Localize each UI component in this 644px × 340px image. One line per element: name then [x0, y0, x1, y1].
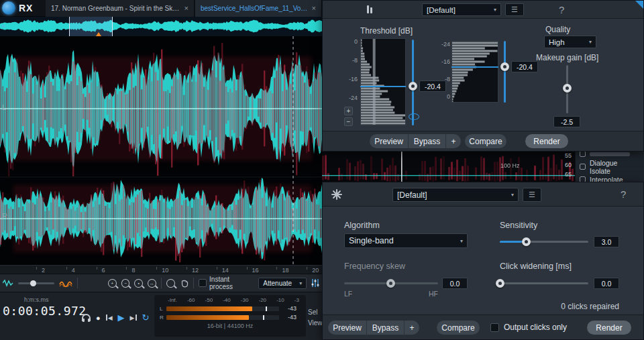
meter-scale-label: -40	[223, 297, 231, 303]
waveform-view-icon[interactable]	[3, 279, 13, 287]
go-to-start-button[interactable]: ◀	[106, 315, 113, 321]
mixer-icon[interactable]	[311, 278, 319, 288]
bypass-button[interactable]: Bypass	[409, 134, 446, 148]
zoom-in-icon[interactable]: +	[108, 279, 117, 288]
axis-label: 0	[354, 38, 358, 45]
threshold-right-slider[interactable]	[504, 41, 506, 103]
sensitivity-label: Sensitivity	[500, 221, 537, 230]
instant-process-checkbox[interactable]	[199, 279, 207, 287]
spectrogram-settings-icon[interactable]	[59, 279, 72, 287]
preset-menu-button[interactable]: ☰	[505, 3, 524, 16]
algorithm-dropdown[interactable]: Single-band ▾	[344, 233, 468, 248]
module-label: Dialogue Isolate	[590, 159, 640, 175]
preset-menu-button[interactable]: ☰	[523, 188, 541, 202]
add-module-chain-button[interactable]: +	[405, 321, 419, 335]
meter-scale-label: -10	[276, 297, 284, 303]
collapse-icon[interactable]: «	[1, 21, 5, 30]
play-button[interactable]: ▶	[118, 313, 125, 323]
ruler-tick: 16	[252, 267, 259, 274]
threshold-right-line	[451, 66, 498, 68]
magnify-tool-icon[interactable]	[166, 279, 175, 288]
loop-button[interactable]: ↻	[142, 313, 150, 323]
frequency-skew-value[interactable]: 0.0	[442, 278, 468, 289]
output-clicks-checkbox[interactable]	[490, 323, 499, 332]
help-icon[interactable]: ?	[559, 4, 564, 15]
rx-logo	[2, 1, 15, 15]
threshold-right-knob[interactable]	[500, 62, 509, 71]
channel-label-right: R	[2, 212, 7, 220]
makeup-gain-knob[interactable]	[563, 84, 572, 93]
declip-preset-dropdown[interactable]: [Default] ▾	[422, 3, 501, 16]
compare-button[interactable]: Compare	[465, 134, 506, 148]
frequency-skew-knob[interactable]	[386, 279, 395, 288]
declip-panel: [Default] ▾ ☰ ? Threshold [dB] 0-8-16-24…	[322, 0, 644, 152]
axis-label: -24	[441, 41, 450, 48]
render-button[interactable]: Render	[587, 321, 631, 335]
sensitivity-value[interactable]: 3.0	[594, 236, 619, 247]
spectrogram-canvas[interactable]	[0, 36, 322, 265]
go-to-end-button[interactable]: ▶	[130, 315, 137, 321]
bypass-button[interactable]: Bypass	[367, 321, 405, 335]
help-icon[interactable]: ?	[621, 188, 626, 200]
threshold-left-knob[interactable]	[409, 82, 417, 91]
hist-zoom-out-button[interactable]: −	[344, 117, 353, 126]
preview-button[interactable]: Preview	[370, 134, 409, 148]
module-list-item[interactable]: Dialogue Isolate	[576, 160, 644, 173]
link-channels-icon[interactable]	[409, 113, 419, 120]
ruler-tick: 8	[131, 267, 135, 274]
record-button[interactable]: ●	[96, 314, 101, 322]
click-widening-slider[interactable]	[500, 282, 588, 284]
titlebar: RX 17. Norman Greenbaum - Spirit in the …	[0, 0, 322, 17]
overview-waveform	[0, 17, 322, 36]
sensitivity-knob[interactable]	[522, 237, 531, 246]
selection-region[interactable]	[69, 17, 113, 36]
attenuate-dropdown[interactable]: Attenuate ▾	[258, 278, 307, 289]
quality-dropdown[interactable]: High ▾	[544, 36, 596, 48]
zoom-out-icon[interactable]: −	[121, 279, 130, 288]
hist-zoom-in-button[interactable]: +	[344, 107, 353, 115]
zoom-fit-icon[interactable]: ↔	[148, 279, 156, 288]
threshold-right-histogram[interactable]	[451, 41, 498, 103]
declick-footer: Preview Bypass + Compare Output clicks o…	[323, 315, 643, 339]
ruler-tick: 6	[102, 267, 105, 274]
makeup-gain-value[interactable]: -2.5	[553, 116, 580, 127]
compare-button[interactable]: Compare	[437, 321, 480, 335]
editor-toolbar: + − ▪ ↔ Instant process Attenuate ▾	[0, 274, 322, 292]
tab-file-1[interactable]: 17. Norman Greenbaum - Spirit in the Sky…	[46, 0, 195, 17]
blend-slider-knob[interactable]	[30, 280, 36, 286]
threshold-right-value[interactable]: -20.4	[511, 61, 538, 72]
monitor-headphones-icon[interactable]	[82, 314, 91, 321]
close-icon[interactable]: ×	[184, 5, 189, 12]
chevron-down-icon: ▾	[299, 280, 302, 286]
hand-tool-icon[interactable]	[180, 278, 189, 288]
close-icon[interactable]: ×	[312, 5, 316, 12]
divider	[77, 278, 78, 288]
spectrogram-view[interactable]: L R	[0, 36, 322, 265]
click-widening-knob[interactable]	[496, 279, 504, 288]
render-button[interactable]: Render	[525, 134, 568, 148]
ruler-tick: 10	[162, 267, 168, 274]
time-display[interactable]: 0:00:05.972	[3, 304, 87, 318]
hf-label: HF	[429, 290, 438, 298]
declick-preset-dropdown[interactable]: [Default] ▾	[392, 188, 519, 202]
level-meters[interactable]: -Inf.-60-50-40-30-20-10-3 L -43 R -43 16…	[154, 295, 306, 337]
time-format-label[interactable]: h:m:s.ms	[24, 296, 49, 303]
quality-label: Quality	[545, 25, 570, 34]
tab-file-2[interactable]: bestService_HallsOfFame_11_Vocals_Dry.wa…	[195, 0, 322, 17]
add-module-chain-button[interactable]: +	[446, 134, 461, 148]
blend-slider[interactable]	[18, 282, 55, 284]
click-widening-value[interactable]: 0.0	[594, 278, 619, 289]
time-ruler[interactable]: 2468101214161820	[0, 265, 322, 274]
rx-application: RX 17. Norman Greenbaum - Spirit in the …	[0, 0, 644, 340]
preview-button[interactable]: Preview	[328, 321, 367, 335]
app-name: RX	[19, 3, 33, 13]
transport-bar: h:m:s.ms 0:00:05.972 ● ◀ ▶ ▶ ↻ -Inf.-60-…	[0, 292, 322, 340]
ruler-tick: 2	[42, 267, 45, 274]
axis-label: -16	[349, 76, 358, 82]
chevron-down-icon: ▾	[460, 238, 463, 244]
overview-waveform-strip[interactable]: «	[0, 17, 322, 36]
frequency-skew-label: Frequency skew	[344, 262, 405, 271]
meter-left-label: L	[160, 306, 164, 312]
zoom-selection-icon[interactable]: ▪	[134, 279, 143, 288]
threshold-left-histogram[interactable]	[360, 38, 406, 125]
